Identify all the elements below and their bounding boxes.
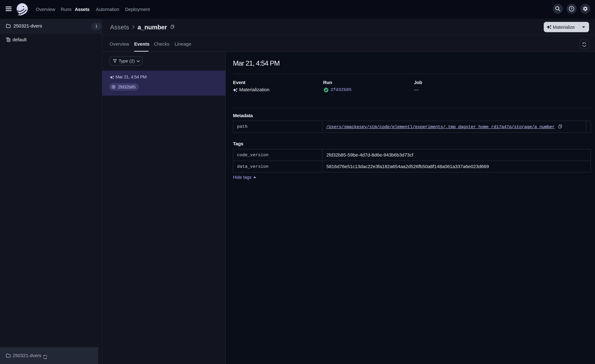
svg-text:?: ? xyxy=(571,7,573,10)
